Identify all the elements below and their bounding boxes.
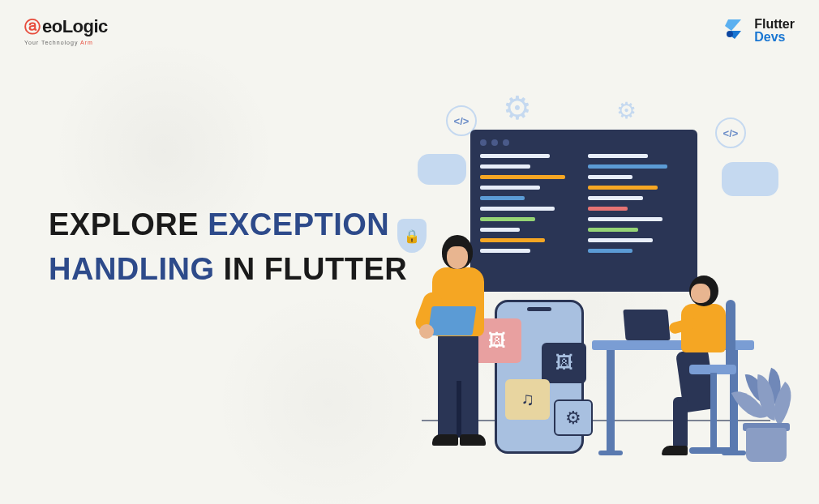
standing-developer — [418, 235, 499, 462]
settings-tile-icon: ⚙ — [554, 399, 593, 436]
aeologic-logo: ⓐ eoLogic Your Technology Arm — [24, 16, 108, 45]
devs-word: Devs — [754, 31, 795, 44]
code-tag-icon: </> — [715, 117, 746, 148]
aeologic-icon: ⓐ — [24, 16, 41, 38]
headline-w1: EXPLORE — [49, 207, 208, 241]
gear-icon: ⚙ — [616, 97, 637, 124]
headline: EXPLORE EXCEPTION HANDLING IN FLUTTER — [49, 203, 407, 292]
flutter-word: Flutter — [754, 18, 795, 31]
flutter-icon — [718, 16, 748, 45]
headline-w2: EXCEPTION — [208, 207, 389, 241]
aeologic-tagline: Your Technology Arm — [24, 40, 93, 45]
speech-bubble — [722, 162, 778, 196]
music-tile-icon: ♫ — [505, 379, 550, 420]
aeologic-name: eoLogic — [42, 16, 108, 37]
header-bar: ⓐ eoLogic Your Technology Arm Flutter De… — [0, 16, 819, 45]
code-editor-screen — [470, 130, 697, 292]
image-tile-icon: 🖼 — [542, 343, 586, 383]
laptop-icon — [427, 306, 476, 335]
plant-decoration — [730, 357, 803, 462]
speech-bubble — [418, 154, 466, 185]
hero-illustration: ⚙ ⚙ </> </> 🔒 — [373, 81, 795, 470]
flutterdevs-logo: Flutter Devs — [718, 16, 795, 45]
svg-point-0 — [727, 31, 733, 37]
headline-w3: HANDLING — [49, 252, 215, 286]
gear-icon: ⚙ — [503, 89, 532, 126]
phone-mockup: 🖼 🖼 ♫ ⚙ — [495, 300, 584, 454]
